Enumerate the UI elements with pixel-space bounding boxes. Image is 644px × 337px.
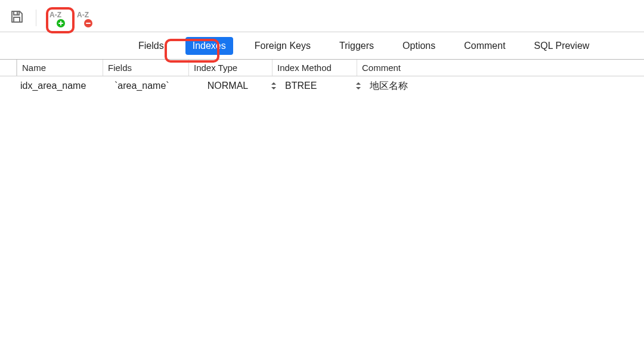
cell-fields-value: `area_name`	[114, 81, 198, 91]
cell-index-method-value: BTREE	[285, 81, 354, 91]
tab-indexes[interactable]: Indexes	[185, 37, 233, 55]
cell-name[interactable]: idx_area_name	[17, 81, 111, 91]
tab-sql-preview[interactable]: SQL Preview	[527, 37, 597, 55]
save-icon	[10, 10, 24, 26]
col-name[interactable]: Name	[17, 60, 103, 76]
cell-comment[interactable]: 地区名称	[366, 80, 644, 92]
toolbar: A-Z A-Z	[0, 4, 644, 32]
cell-index-method[interactable]: BTREE	[281, 81, 366, 91]
tab-options[interactable]: Options	[395, 37, 442, 55]
toolbar-divider	[36, 10, 36, 26]
minus-badge-icon	[84, 19, 92, 27]
svg-rect-1	[14, 17, 20, 22]
az-icon: A-Z	[77, 11, 89, 19]
svg-rect-0	[14, 11, 19, 15]
plus-badge-icon	[57, 19, 65, 27]
cell-index-type[interactable]: NORMAL	[198, 81, 281, 91]
tab-fields[interactable]: Fields	[131, 37, 171, 55]
tab-comment[interactable]: Comment	[457, 37, 512, 55]
cell-fields[interactable]: `area_name`	[111, 81, 198, 91]
col-comment[interactable]: Comment	[357, 60, 644, 76]
col-index-type[interactable]: Index Type	[188, 60, 272, 76]
index-table-header: Name Fields Index Type Index Method Comm…	[0, 60, 644, 76]
col-index-method[interactable]: Index Method	[272, 60, 357, 76]
row-gutter	[6, 60, 17, 76]
updown-icon[interactable]	[270, 82, 278, 89]
row-gutter	[6, 76, 17, 95]
table-design-tabs: Fields Indexes Foreign Keys Triggers Opt…	[0, 32, 644, 60]
tab-triggers[interactable]: Triggers	[332, 37, 381, 55]
add-index-button[interactable]: A-Z	[45, 7, 66, 29]
cell-index-type-value: NORMAL	[202, 81, 270, 91]
tab-foreign-keys[interactable]: Foreign Keys	[247, 37, 318, 55]
az-icon: A-Z	[49, 11, 61, 19]
cell-comment-value: 地区名称	[370, 80, 644, 92]
col-fields[interactable]: Fields	[103, 60, 188, 76]
table-row[interactable]: idx_area_name `area_name` NORMAL BTREE 地…	[0, 76, 644, 95]
remove-index-button[interactable]: A-Z	[72, 7, 94, 29]
save-button[interactable]	[6, 7, 27, 29]
cell-name-value: idx_area_name	[20, 81, 111, 91]
svg-rect-2	[17, 12, 18, 14]
updown-icon[interactable]	[354, 82, 363, 89]
